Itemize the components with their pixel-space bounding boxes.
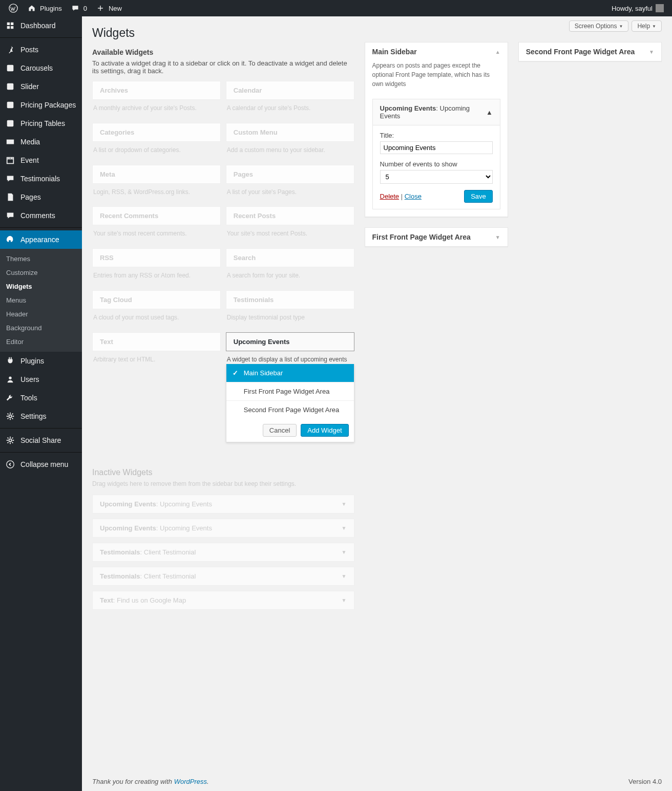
menu-item-plugins[interactable]: Plugins: [0, 352, 82, 370]
widget-header[interactable]: Upcoming Events: [226, 332, 354, 351]
inactive-widget[interactable]: Upcoming Events: Upcoming Events▼: [92, 495, 354, 514]
widget-header[interactable]: Recent Posts: [226, 206, 354, 225]
inactive-widget[interactable]: Text: Find us on Google Map▼: [92, 591, 354, 610]
menu-item-pricing-tables[interactable]: Pricing Tables: [0, 114, 82, 133]
submenu-item-header[interactable]: Header: [0, 307, 82, 321]
widget-upcoming-events: Upcoming EventsA widget to display a lis…: [226, 332, 354, 442]
menu-item-collapse-menu[interactable]: Collapse menu: [0, 455, 82, 474]
widget-header[interactable]: Custom Menu: [226, 123, 354, 142]
screen-options-button[interactable]: Screen Options ▼: [569, 20, 629, 32]
widget-header[interactable]: Recent Comments: [92, 206, 221, 225]
chevron-down-icon: ▼: [342, 501, 347, 507]
menu-item-tools[interactable]: Tools: [0, 389, 82, 407]
chevron-down-icon: ▼: [342, 573, 347, 579]
comments-bubble[interactable]: 0: [66, 0, 91, 16]
num-events-select[interactable]: 5: [380, 170, 493, 184]
chooser-option[interactable]: Main Sidebar: [226, 364, 354, 382]
submenu-item-editor[interactable]: Editor: [0, 335, 82, 349]
menu-item-dashboard[interactable]: Dashboard: [0, 16, 82, 35]
menu-item-event[interactable]: Event: [0, 151, 82, 169]
delete-link[interactable]: Delete: [380, 193, 400, 200]
widget-header[interactable]: Meta: [92, 165, 221, 184]
sidebar-first-front-header[interactable]: First Front Page Widget Area ▼: [365, 228, 508, 246]
cancel-button[interactable]: Cancel: [263, 424, 297, 437]
inactive-widget[interactable]: Testimonials: Client Testimonial▼: [92, 543, 354, 562]
svg-point-8: [7, 461, 14, 468]
menu-item-settings[interactable]: Settings: [0, 407, 82, 425]
sidebar-second-front-header[interactable]: Second Front Page Widget Area ▼: [519, 42, 661, 61]
menu-item-media[interactable]: Media: [0, 133, 82, 151]
menu-item-appearance[interactable]: Appearance: [0, 230, 82, 249]
sidebar-main-header[interactable]: Main Sidebar ▲: [365, 42, 508, 61]
widget-header[interactable]: Calendar: [226, 81, 354, 100]
menu-item-posts[interactable]: Posts: [0, 40, 82, 59]
help-button[interactable]: Help ▼: [632, 20, 662, 32]
menu-item-carousels[interactable]: Carousels: [0, 59, 82, 77]
widget-header[interactable]: Archives: [92, 81, 221, 100]
new-label: New: [109, 5, 122, 12]
widget-description: A search form for your site.: [226, 267, 354, 280]
widget-header[interactable]: Search: [226, 248, 354, 267]
submenu-item-customize[interactable]: Customize: [0, 266, 82, 280]
widget-description: Your site's most recent comments.: [92, 225, 221, 238]
inactive-widget[interactable]: Testimonials: Client Testimonial▼: [92, 567, 354, 586]
svg-rect-2: [7, 83, 14, 90]
site-home[interactable]: Plugins: [23, 0, 66, 16]
sidebar-second-front: Second Front Page Widget Area ▼: [518, 42, 662, 61]
menu-item-users[interactable]: Users: [0, 370, 82, 389]
title-input[interactable]: [380, 141, 493, 154]
chooser-option[interactable]: First Front Page Widget Area: [226, 382, 354, 401]
wordpress-link[interactable]: WordPress: [174, 778, 207, 785]
submenu-item-themes[interactable]: Themes: [0, 252, 82, 266]
add-widget-button[interactable]: Add Widget: [301, 424, 348, 437]
chevron-down-icon: ▼: [342, 525, 347, 531]
sidebar-main-title: Main Sidebar: [372, 48, 417, 56]
user-icon: [5, 374, 15, 384]
widget-rss: RSSEntries from any RSS or Atom feed.: [92, 248, 221, 280]
widget-header[interactable]: Tag Cloud: [92, 290, 221, 309]
close-link[interactable]: Close: [405, 193, 422, 200]
chevron-down-icon: ▼: [342, 549, 347, 555]
widget-description: A list of your site's Pages.: [226, 184, 354, 197]
widget-recent-comments: Recent CommentsYour site's most recent c…: [92, 206, 221, 238]
widget-recent-posts: Recent PostsYour site's most recent Post…: [226, 206, 354, 238]
menu-item-slider[interactable]: Slider: [0, 77, 82, 96]
howdy-text: Howdy, sayful: [612, 5, 653, 12]
submenu-item-widgets[interactable]: Widgets: [0, 280, 82, 293]
generic-icon: [5, 63, 15, 73]
wp-logo-icon[interactable]: [4, 0, 23, 16]
widget-header[interactable]: RSS: [92, 248, 221, 267]
widget-header[interactable]: Testimonials: [226, 290, 354, 309]
widget-description: Arbitrary text or HTML.: [92, 351, 221, 364]
submenu-item-background[interactable]: Background: [0, 321, 82, 335]
widget-header[interactable]: Text: [92, 332, 221, 351]
collapse-icon: [5, 459, 15, 469]
save-button[interactable]: Save: [464, 190, 493, 203]
submenu-item-menus[interactable]: Menus: [0, 293, 82, 307]
version-text: Version 4.0: [628, 778, 662, 785]
chooser-option[interactable]: Second Front Page Widget Area: [226, 401, 354, 419]
tool-icon: [5, 393, 15, 403]
admin-bar: Plugins 0 New Howdy, sayful: [0, 0, 672, 16]
generic-icon: [5, 100, 15, 110]
widget-pages: PagesA list of your site's Pages.: [226, 165, 354, 197]
settings-icon: [5, 435, 15, 445]
svg-point-6: [9, 415, 11, 417]
widget-description: Entries from any RSS or Atom feed.: [92, 267, 221, 280]
inactive-widget[interactable]: Upcoming Events: Upcoming Events▼: [92, 519, 354, 538]
user-menu[interactable]: Howdy, sayful: [607, 0, 668, 16]
new-item[interactable]: New: [91, 0, 126, 16]
widget-header[interactable]: Categories: [92, 123, 221, 142]
menu-item-social-share[interactable]: Social Share: [0, 431, 82, 450]
menu-item-pages[interactable]: Pages: [0, 188, 82, 206]
menu-item-comments[interactable]: Comments: [0, 206, 82, 225]
svg-point-5: [9, 377, 11, 379]
menu-item-pricing-packages[interactable]: Pricing Packages: [0, 96, 82, 114]
sidebar-first-front: First Front Page Widget Area ▼: [365, 227, 508, 247]
admin-menu: DashboardPostsCarouselsSliderPricing Pac…: [0, 16, 82, 791]
widget-header[interactable]: Pages: [226, 165, 354, 184]
widget-search: SearchA search form for your site.: [226, 248, 354, 280]
widget-instance-header[interactable]: Upcoming Events: Upcoming Events ▲: [373, 99, 500, 125]
menu-item-testimonials[interactable]: Testimonials: [0, 169, 82, 188]
chevron-up-icon: ▲: [486, 109, 493, 116]
